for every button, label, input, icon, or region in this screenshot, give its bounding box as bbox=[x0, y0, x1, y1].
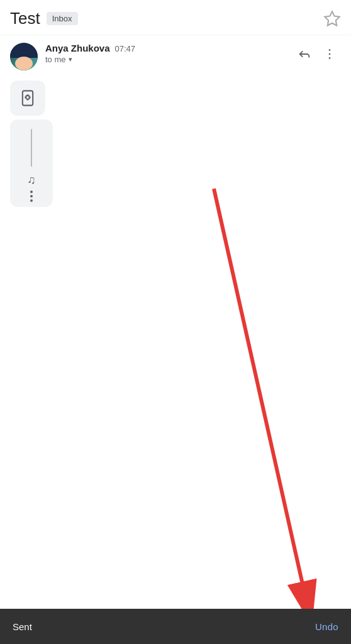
avatar-image bbox=[10, 43, 38, 70]
snackbar-sent-text: Sent bbox=[13, 621, 32, 632]
chevron-down-icon: ▾ bbox=[69, 55, 72, 64]
device-attachment-button[interactable] bbox=[10, 80, 45, 116]
email-time: 07:47 bbox=[115, 44, 136, 53]
header-left: Test Inbox bbox=[10, 9, 78, 28]
reply-button[interactable] bbox=[293, 43, 316, 65]
svg-point-2 bbox=[329, 53, 331, 55]
svg-line-12 bbox=[214, 189, 307, 604]
email-meta: Anya Zhukova 07:47 to me ▾ bbox=[45, 43, 286, 64]
overflow-menu-icon[interactable] bbox=[30, 191, 33, 202]
music-note-icon: ♫ bbox=[27, 174, 36, 187]
svg-point-1 bbox=[329, 49, 331, 51]
svg-point-6 bbox=[26, 96, 30, 99]
snackbar: Sent Undo bbox=[0, 609, 351, 644]
sender-row: Anya Zhukova 07:47 bbox=[45, 43, 286, 53]
svg-marker-0 bbox=[325, 11, 339, 25]
avatar[interactable] bbox=[10, 43, 38, 70]
star-icon[interactable] bbox=[323, 10, 341, 28]
svg-rect-4 bbox=[23, 91, 33, 105]
waveform-bar bbox=[31, 129, 32, 167]
header: Test Inbox bbox=[0, 0, 351, 35]
svg-point-3 bbox=[329, 57, 331, 59]
email-actions bbox=[293, 43, 341, 65]
attachment-area: ♫ bbox=[0, 75, 351, 212]
inbox-badge[interactable]: Inbox bbox=[47, 12, 78, 25]
email-to-row[interactable]: to me ▾ bbox=[45, 55, 286, 64]
to-me-label: to me bbox=[45, 55, 66, 64]
undo-button[interactable]: Undo bbox=[315, 621, 338, 632]
audio-attachment-card[interactable]: ♫ bbox=[10, 119, 53, 207]
sender-name: Anya Zhukova bbox=[45, 43, 110, 53]
page-title: Test bbox=[10, 9, 40, 28]
email-row: Anya Zhukova 07:47 to me ▾ bbox=[0, 35, 351, 75]
more-options-button[interactable] bbox=[318, 43, 341, 65]
